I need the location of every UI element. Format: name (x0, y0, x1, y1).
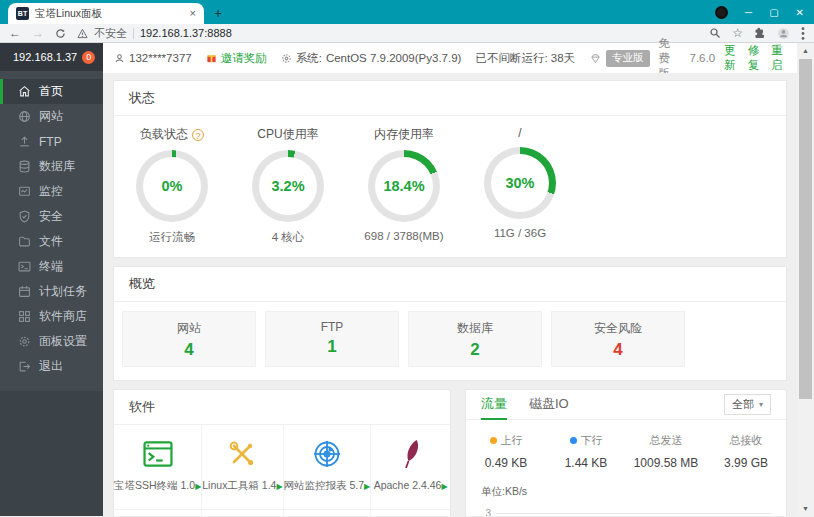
stat-value: 1009.58 MB (626, 456, 706, 470)
stat-total-sent: 总发送 1009.58 MB (626, 433, 706, 470)
gauge-percent: 3.2% (259, 157, 317, 215)
panel-header: 132****7377 邀请奖励 系统: CentOS 7.9.2009(Py3… (103, 43, 797, 73)
new-tab-button[interactable]: + (214, 5, 222, 21)
tab-disk-io[interactable]: 磁盘IO (529, 390, 569, 420)
pro-badge[interactable]: 专业版 (589, 50, 650, 67)
scrollbar-thumb[interactable] (799, 59, 812, 399)
restart-button[interactable]: 重启 (771, 43, 786, 73)
software-item-pure-ftpd[interactable] (202, 510, 283, 516)
invite-item[interactable]: 邀请奖励 (206, 51, 267, 66)
software-name: 宝塔SSH终端 (114, 479, 178, 491)
overview-box-security-risk[interactable]: 安全风险 4 (551, 311, 685, 367)
software-item-phpmyadmin[interactable] (284, 510, 372, 516)
sidebar-item-label: 文件 (39, 233, 63, 250)
help-icon[interactable]: ? (192, 129, 204, 141)
stat-label: 总发送 (650, 433, 683, 448)
sidebar-item-cron[interactable]: 计划任务 (0, 279, 103, 304)
sidebar-item-database[interactable]: 数据库 (0, 154, 103, 179)
browser-profile-dot-icon[interactable] (715, 6, 728, 19)
stat-value: 1.44 KB (546, 456, 626, 470)
sidebar-filler (0, 391, 103, 516)
apache-feather-icon (403, 439, 419, 469)
window-minimize-button[interactable]: ─ (745, 7, 752, 18)
overview-title: 概览 (114, 267, 786, 302)
sidebar-item-sites[interactable]: 网站 (0, 104, 103, 129)
page-scrollbar[interactable]: ▲ ▼ (797, 43, 814, 516)
software-item-mysql[interactable] (114, 510, 202, 516)
message-count-badge[interactable]: 0 (82, 51, 95, 64)
grid-icon (18, 310, 31, 323)
folder-icon (18, 235, 31, 248)
filter-value: 全部 (732, 397, 754, 412)
browser-titlebar: BT 宝塔Linux面板 × + ─ ▢ ✕ (0, 0, 814, 24)
account-item[interactable]: 132****7377 (114, 52, 192, 64)
gauge-label: 4 核心 (230, 230, 346, 245)
sidebar-item-files[interactable]: 文件 (0, 229, 103, 254)
sidebar-item-appstore[interactable]: 软件商店 (0, 304, 103, 329)
gauge-cpu[interactable]: CPU使用率 3.2% 4 核心 (230, 126, 346, 245)
globe-icon (18, 110, 31, 123)
sidebar-item-logout[interactable]: 退出 (0, 354, 103, 379)
browser-tab[interactable]: BT 宝塔Linux面板 × (8, 3, 204, 24)
overview-value: 1 (266, 337, 398, 357)
software-item-apache[interactable]: Apache 2.4.46▶ (371, 425, 450, 510)
software-item-linux-tools[interactable]: Linux工具箱 1.4▶ (202, 425, 283, 510)
gauge-percent: 0% (143, 157, 201, 215)
software-version: 5.7 (350, 479, 365, 491)
monitor-chart-icon (18, 185, 31, 198)
sidebar-item-label: 数据库 (39, 158, 75, 175)
sidebar-item-label: 计划任务 (39, 283, 87, 300)
url-text[interactable]: 192.168.1.37:8888 (140, 27, 232, 39)
software-name: Apache (374, 479, 410, 491)
overview-box-ftp[interactable]: FTP 1 (265, 311, 399, 367)
bt-terminal-icon (143, 441, 173, 467)
reload-button[interactable] (55, 28, 66, 39)
invite-label: 邀请奖励 (221, 51, 267, 66)
software-item-site-monitor[interactable]: 网站监控报表 5.7▶ (284, 425, 372, 510)
sidebar-item-ftp[interactable]: FTP (0, 129, 103, 154)
stat-label: 下行 (581, 433, 603, 448)
scroll-up-arrow[interactable]: ▲ (797, 43, 814, 58)
stat-value: 3.99 GB (706, 456, 786, 470)
stat-total-received: 总接收 3.99 GB (706, 433, 786, 470)
window-maximize-button[interactable]: ▢ (769, 7, 778, 18)
browser-menu-icon[interactable] (801, 27, 805, 40)
sidebar-item-label: 软件商店 (39, 308, 87, 325)
gauge-percent: 18.4% (375, 157, 433, 215)
gauge-memory[interactable]: 内存使用率 18.4% 698 / 3788(MB) (346, 126, 462, 245)
software-card: 软件 宝塔SSH终端 1.0▶ Linux工具箱 1.4▶ 网站监控报表 (113, 389, 451, 516)
sidebar-item-security[interactable]: 安全 (0, 204, 103, 229)
sidebar-item-home[interactable]: 首页 (0, 79, 103, 104)
uptime: 已不间断运行: 38天 (475, 51, 575, 66)
overview-box-sites[interactable]: 网站 4 (122, 311, 256, 367)
update-button[interactable]: 更新 (724, 43, 739, 73)
tab-traffic[interactable]: 流量 (481, 390, 507, 420)
upstream-dot-icon (490, 437, 497, 444)
sidebar-item-label: 监控 (39, 183, 63, 200)
running-play-icon: ▶ (276, 482, 282, 491)
gauge-disk-root[interactable]: / 30% 11G / 36G (462, 126, 578, 245)
forward-button[interactable]: → (32, 27, 44, 39)
pro-badge-label: 专业版 (606, 50, 650, 67)
repair-button[interactable]: 修复 (748, 43, 763, 73)
shield-icon (18, 210, 31, 223)
tab-close-icon[interactable]: × (190, 8, 196, 19)
sidebar-item-terminal[interactable]: 终端 (0, 254, 103, 279)
stat-label: 总接收 (730, 433, 763, 448)
gauge-load[interactable]: 负载状态? 0% 运行流畅 (114, 126, 230, 245)
security-label[interactable]: 不安全 (94, 26, 127, 41)
version-number[interactable]: 7.6.0 (690, 52, 716, 64)
sidebar-item-monitor[interactable]: 监控 (0, 179, 103, 204)
software-item-nodejs[interactable]: JS (371, 510, 450, 516)
sidebar-item-settings[interactable]: 面板设置 (0, 329, 103, 354)
scroll-down-arrow[interactable]: ▼ (797, 501, 814, 516)
back-button[interactable]: ← (9, 27, 21, 39)
software-item-bt-terminal[interactable]: 宝塔SSH终端 1.0▶ (114, 425, 202, 510)
window-close-button[interactable]: ✕ (796, 7, 804, 18)
logout-icon (18, 360, 31, 373)
server-ip-header[interactable]: 192.168.1.37 0 (0, 43, 103, 71)
overview-box-database[interactable]: 数据库 2 (408, 311, 542, 367)
software-version: 1.4 (262, 479, 277, 491)
software-name: 网站监控报表 (284, 479, 347, 491)
traffic-filter-dropdown[interactable]: 全部 ▾ (724, 394, 771, 415)
